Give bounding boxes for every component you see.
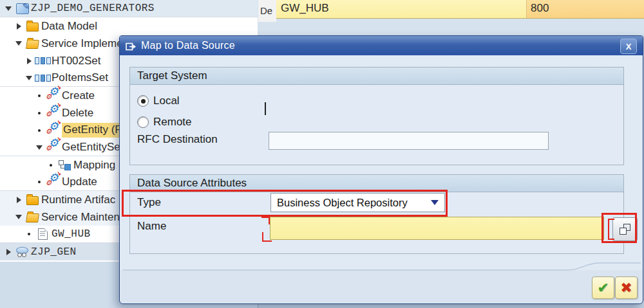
close-button[interactable]: X — [620, 39, 637, 54]
map-dialog-icon — [126, 41, 137, 51]
radio-remote-label: Remote — [153, 116, 192, 129]
expander-open-icon[interactable] — [24, 76, 34, 80]
dialog-titlebar[interactable]: Map to Data Source X — [120, 36, 643, 55]
tree-item-label[interactable]: HT002Set — [52, 55, 101, 68]
tree-item-label[interactable]: GetEntitySet — [62, 141, 123, 154]
expander-closed-icon[interactable] — [14, 197, 24, 203]
folder-closed-icon — [24, 194, 41, 205]
folder-open-icon — [24, 38, 41, 49]
data-source-attributes-group: Data Source Attributes Type Business Obj… — [129, 174, 624, 254]
tree-item-label[interactable]: Mapping — [73, 159, 115, 172]
cancel-button[interactable]: ✖ — [615, 276, 638, 299]
target-system-group: Target System Local Remote RFC Destinati… — [129, 67, 624, 165]
expander-open-icon[interactable] — [3, 6, 14, 11]
dialog-title: Map to Data Source — [141, 40, 235, 51]
map-to-data-source-dialog: Map to Data Source X Target System Local… — [119, 35, 643, 304]
entity-set-icon — [34, 75, 52, 82]
expander-closed-icon[interactable] — [3, 249, 14, 255]
leaf-bullet-icon — [34, 95, 44, 97]
expander-open-icon[interactable] — [34, 145, 44, 150]
target-system-header: Target System — [130, 68, 623, 85]
text-cursor — [265, 102, 266, 115]
rfc-destination-input[interactable] — [269, 132, 549, 150]
radio-local[interactable]: Local — [137, 95, 180, 107]
name-label: Name — [137, 220, 166, 233]
generated-model-icon — [14, 247, 31, 257]
selected-service-row[interactable]: GW_HUB 800 — [276, 0, 644, 19]
radio-button-selected-icon[interactable] — [137, 95, 149, 107]
rfc-destination-label: RFC Destination — [137, 133, 218, 146]
content-area: De GW_HUB 800 — [258, 0, 644, 35]
entity-set-icon — [34, 57, 52, 64]
document-icon — [34, 228, 52, 240]
truncated-column-text: De — [260, 5, 272, 16]
value-help-button[interactable] — [612, 217, 638, 241]
sap-gui-screen: ZJP_DEMO_GENERATORS Data Model Service I… — [0, 0, 644, 308]
leaf-bullet-icon — [24, 233, 34, 235]
type-label: Type — [137, 196, 161, 209]
tree-item-label[interactable]: Update — [62, 176, 97, 188]
chevron-down-icon — [431, 200, 439, 205]
tree-item-label[interactable]: Data Model — [41, 20, 97, 33]
tree-item-label[interactable]: ZJP_DEMO_GENERATORS — [31, 3, 155, 14]
footer-separator — [123, 262, 641, 273]
tree-row-data-model[interactable]: Data Model — [0, 17, 258, 35]
radio-button-unselected-icon[interactable] — [137, 116, 149, 128]
tree-item-label[interactable]: Service Implemen — [41, 37, 129, 50]
type-dropdown-value: Business Object Repository — [271, 197, 431, 209]
dialog-body: Target System Local Remote RFC Destinati… — [120, 55, 642, 303]
radio-remote[interactable]: Remote — [137, 116, 192, 129]
copy-pages-icon — [620, 224, 630, 235]
expander-closed-icon[interactable] — [14, 23, 24, 30]
name-input[interactable] — [270, 217, 604, 240]
dialog-footer — [120, 270, 642, 303]
project-model-icon — [14, 3, 31, 14]
truncated-column: De — [258, 0, 276, 22]
data-source-attributes-header: Data Source Attributes — [130, 175, 623, 192]
mapping-icon — [56, 160, 73, 170]
expander-open-icon[interactable] — [14, 41, 24, 46]
service-name-cell[interactable]: GW_HUB — [276, 0, 527, 18]
folder-open-icon — [24, 212, 41, 222]
tree-item-label[interactable]: Create — [62, 89, 95, 102]
radio-local-label: Local — [153, 95, 180, 107]
tree-item-label-selected[interactable]: GetEntity (R — [62, 123, 126, 138]
operation-icon: ⚙⚙↘ — [44, 139, 62, 156]
tree-item-label[interactable]: PoItemsSet — [52, 71, 108, 84]
type-dropdown[interactable]: Business Object Repository — [270, 193, 445, 212]
leaf-bullet-icon — [34, 181, 44, 183]
operation-icon: ⚙⚙↘ — [44, 174, 62, 190]
tree-row-project[interactable]: ZJP_DEMO_GENERATORS — [0, 0, 258, 17]
tree-item-label[interactable]: Delete — [62, 107, 93, 120]
service-client-cell[interactable]: 800 — [527, 0, 644, 18]
leaf-bullet-icon — [34, 112, 44, 114]
expander-open-icon[interactable] — [14, 215, 24, 219]
leaf-bullet-icon — [34, 129, 44, 132]
expander-closed-icon[interactable] — [24, 58, 34, 64]
confirm-button[interactable]: ✔ — [592, 276, 614, 299]
folder-closed-icon — [24, 21, 41, 32]
